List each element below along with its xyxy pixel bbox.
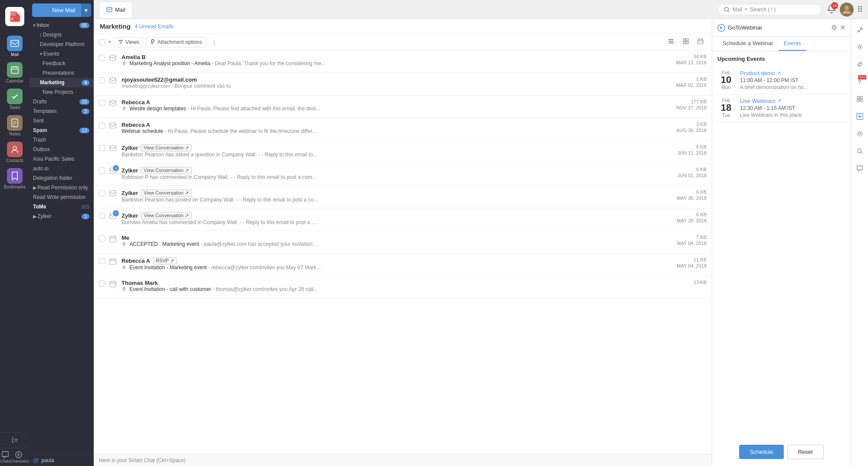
logo[interactable]: Z <box>5 7 24 26</box>
nav-icon-notes[interactable]: Notes <box>0 112 30 139</box>
folder-item-drafts[interactable]: Drafts 33 <box>30 97 94 106</box>
chat-icon-button[interactable] <box>853 162 867 175</box>
calendar-view-button[interactable] <box>694 36 707 48</box>
email-checkbox[interactable] <box>99 235 105 241</box>
rsvp-button[interactable]: RSVP ↗ <box>153 257 177 264</box>
search-icon-button[interactable] <box>853 144 867 158</box>
folder-item-sent[interactable]: Sent <box>30 116 94 126</box>
add-icon-button[interactable] <box>853 109 867 123</box>
email-row[interactable]: njoyasoulee522@gmail.com marketing@zylke… <box>94 73 712 96</box>
view-conversation-button[interactable]: View Conversation ↗ <box>141 212 192 219</box>
search-bar[interactable]: Mail ▾ Search ( / ) <box>717 4 822 15</box>
folder-item-read-perm[interactable]: ▶ Read Permission only <box>30 183 94 192</box>
folder-item-zylker[interactable]: ▶ Zylker 1 <box>30 212 94 221</box>
apps-grid-button[interactable]: ⠿ <box>857 5 863 14</box>
folder-item-designs[interactable]: ⟨ Designs <box>30 30 94 40</box>
mail-icon <box>7 36 23 51</box>
more-options-button[interactable]: ⋮ <box>209 37 220 47</box>
email-row[interactable]: 7 Zylker View Conversation ↗ Burrows Ame… <box>94 208 712 231</box>
nav-icon-calendar[interactable]: Calendar <box>0 59 30 86</box>
collapse-sidebar[interactable]: ⟨= <box>0 432 30 448</box>
right-panel-close-button[interactable]: ✕ <box>840 23 845 32</box>
nav-icon-contacts[interactable]: Contacts <box>0 139 30 165</box>
notification-bell[interactable]: 14 <box>827 4 836 15</box>
right-panel: GoToWebinar ⚙ ✕ Schedule a Webinar Event… <box>712 19 851 466</box>
new-mail-arrow[interactable]: ▾ <box>81 3 91 17</box>
email-checkbox[interactable] <box>99 190 105 196</box>
select-all-checkbox[interactable] <box>99 39 105 45</box>
view-conversation-button[interactable]: View Conversation ↗ <box>141 144 192 152</box>
user-avatar[interactable] <box>840 3 854 17</box>
schedule-button[interactable]: Schedule <box>739 445 783 459</box>
folder-item-inbox[interactable]: ▾ Inbox 65 <box>30 20 94 30</box>
email-checkbox[interactable] <box>99 281 105 287</box>
email-row[interactable]: Rebecca A Wesite design templates - Hi P… <box>94 96 712 118</box>
grid-view-button[interactable] <box>680 36 692 48</box>
new-mail-button[interactable]: New Mail ▾ <box>32 3 91 17</box>
email-checkbox[interactable] <box>99 77 105 83</box>
chats-nav[interactable]: Chats <box>0 451 10 463</box>
email-checkbox[interactable] <box>99 122 105 129</box>
folder-item-spam[interactable]: Spam 13 <box>30 126 94 135</box>
smart-chat-bar[interactable]: Here is your Smart Chat (Ctrl+Space) <box>94 454 712 466</box>
email-row[interactable]: Me ACCEPTED : Marketing event - paula@zy… <box>94 231 712 254</box>
new-feature-icon-button[interactable]: ? New <box>853 75 867 89</box>
nav-icon-mail[interactable]: Mail <box>0 33 30 59</box>
folder-item-templates[interactable]: Templates 3 <box>30 106 94 116</box>
event-title[interactable]: Live Webinars ↗ <box>740 98 845 104</box>
email-row[interactable]: Zylker View Conversation ↗ Bankston Pear… <box>94 141 712 163</box>
folder-item-outbox[interactable]: Outbox <box>30 145 94 154</box>
folder-item-new-projects[interactable]: New Projects <box>30 87 94 97</box>
checkbox-all[interactable]: ▾ <box>99 39 111 45</box>
nav-icon-tasks[interactable]: Tasks <box>0 86 30 112</box>
theme-icon-button[interactable] <box>853 127 867 141</box>
view-conversation-button[interactable]: View Conversation ↗ <box>141 189 192 197</box>
email-checkbox[interactable] <box>99 100 105 106</box>
folder-item-developer[interactable]: Developer Platform <box>30 40 94 49</box>
attachment-options-button[interactable]: Attachment options <box>146 37 206 47</box>
folder-item-asia-pacific[interactable]: Asia Pacific Sales <box>30 154 94 164</box>
unread-count[interactable]: 4 Unread Emails <box>135 23 174 30</box>
views-button[interactable]: Views <box>114 37 143 47</box>
reset-button[interactable]: Reset <box>787 445 824 459</box>
mail-dropdown-label[interactable]: Mail <box>733 7 742 13</box>
email-checkbox[interactable] <box>99 168 105 174</box>
email-subject: Marketing Analyst position - Amelia - De… <box>122 60 654 66</box>
folder-item-trash[interactable]: Trash <box>30 135 94 145</box>
compact-view-button[interactable] <box>665 36 677 48</box>
event-title[interactable]: Product demo ↗ <box>740 70 845 76</box>
folder-item-presentations[interactable]: Presentations <box>30 68 94 78</box>
settings-icon-button[interactable] <box>853 40 867 54</box>
tab-schedule-webinar[interactable]: Schedule a Webinar <box>717 36 779 51</box>
folder-item-to-me[interactable]: ToMe 315 <box>30 202 94 212</box>
email-sender: Rebecca A RSVP ↗ <box>122 257 654 264</box>
right-panel-actions: Schedule Reset <box>712 438 851 466</box>
email-checkbox[interactable] <box>99 55 105 61</box>
email-row[interactable]: Amelia B Marketing Analyst position - Am… <box>94 50 712 73</box>
folder-item-auto-io[interactable]: auto.io <box>30 164 94 173</box>
email-row[interactable]: Thomas Mark Event Invitation - call with… <box>94 276 712 299</box>
folder-item-events[interactable]: ▾ Events <box>30 49 94 59</box>
email-checkbox[interactable] <box>99 213 105 219</box>
email-checkbox[interactable] <box>99 258 105 264</box>
tab-events[interactable]: Events <box>779 36 806 51</box>
folder-item-marketing[interactable]: Marketing 4 <box>30 78 94 87</box>
svg-rect-15 <box>668 43 674 43</box>
folder-item-feedback[interactable]: Feedback <box>30 59 94 68</box>
view-conversation-button[interactable]: View Conversation ↗ <box>141 167 192 174</box>
email-row[interactable]: 6 Zylker View Conversation ↗ Robinson P … <box>94 163 712 186</box>
panel5-icon-button[interactable] <box>853 92 867 106</box>
email-row[interactable]: Rebecca A RSVP ↗ Event Invitation - Mark… <box>94 254 712 276</box>
mail-tab[interactable]: Mail <box>99 1 133 18</box>
event-day: 10 <box>721 75 731 85</box>
email-row[interactable]: Zylker View Conversation ↗ Bankston Pear… <box>94 186 712 208</box>
channels-nav[interactable]: Channels <box>10 451 27 463</box>
pin-icon-button[interactable] <box>853 23 867 36</box>
folder-item-delegation[interactable]: Delegation folder <box>30 173 94 183</box>
right-panel-settings[interactable]: ⚙ <box>831 23 837 32</box>
email-checkbox[interactable] <box>99 145 105 151</box>
nav-icon-bookmarks[interactable]: Bookmarks <box>0 165 30 192</box>
webhook-icon-button[interactable] <box>853 57 867 71</box>
folder-item-read-write[interactable]: Read Write permission <box>30 192 94 202</box>
email-row[interactable]: Rebecca A Webinar schedule - Hi Paula, P… <box>94 118 712 141</box>
